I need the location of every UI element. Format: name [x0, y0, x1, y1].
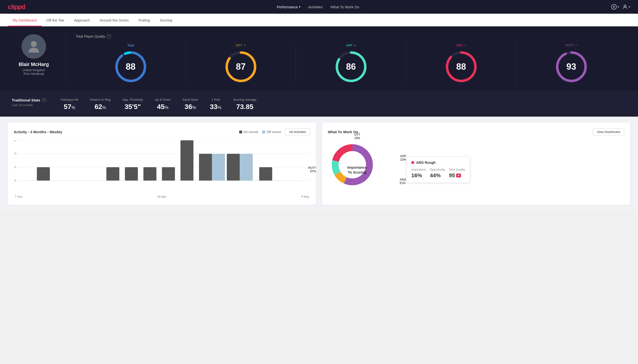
- player-name: Blair McHarg: [19, 62, 49, 67]
- stat-sand-save: Sand Save 36%: [183, 98, 198, 111]
- score-arg-value: 88: [456, 62, 466, 72]
- svg-rect-27: [143, 167, 156, 181]
- nav-links: Performance ▾ Activities What To Work On: [277, 5, 359, 9]
- tab-off-the-tee[interactable]: Off the Tee: [42, 14, 69, 26]
- svg-rect-31: [212, 154, 225, 181]
- score-card-app: APP ↗ 86: [296, 44, 406, 84]
- activity-card: Activity - 3 Months - Weekly On course O…: [8, 122, 316, 205]
- svg-text:4: 4: [14, 140, 17, 142]
- help-icon[interactable]: ?: [107, 34, 111, 38]
- player-country: United Kingdom: [23, 68, 45, 72]
- ring-arg: 88: [444, 50, 478, 84]
- svg-rect-30: [199, 154, 212, 181]
- bar-chart-svg: 1 2 3 4: [14, 140, 310, 194]
- add-button[interactable]: ▾: [611, 4, 619, 10]
- work-card-title: What To Work On: [328, 130, 358, 134]
- activity-chart-title: Activity - 3 Months - Weekly: [14, 130, 62, 134]
- arg-label: ARG 21%: [399, 178, 406, 185]
- tooltip-title: ARG Rough: [411, 160, 465, 164]
- score-card-putt: PUTT ↗ 93: [516, 44, 626, 84]
- score-card-arg: ARG ↗ 88: [406, 44, 516, 84]
- tooltip-importance: Importance 16%: [411, 168, 426, 179]
- svg-text:1: 1: [14, 179, 17, 182]
- tab-putting[interactable]: Putting: [134, 14, 155, 26]
- legend-on-course: On course: [239, 130, 258, 134]
- trad-help-icon[interactable]: ?: [42, 98, 46, 102]
- legend-on-course-dot: [239, 130, 242, 134]
- svg-rect-25: [106, 167, 119, 181]
- trad-stats-label: Traditional Stats ? Last 20 rounds: [12, 98, 51, 107]
- score-putt-value: 93: [566, 62, 576, 72]
- ring-putt: 93: [554, 50, 588, 84]
- svg-rect-32: [227, 154, 240, 181]
- tooltip-shot-quality: Shot Quality 95 ▼: [449, 168, 465, 179]
- logo: clippd: [8, 3, 25, 11]
- legend-off-course-dot: [262, 130, 265, 134]
- avatar: [22, 34, 46, 59]
- view-dashboard-button[interactable]: View Dashboard: [593, 128, 624, 136]
- down-badge: ▼: [456, 174, 461, 178]
- nav-right: ▾ ▾: [611, 4, 630, 10]
- tooltip-opportunity: Opportunity 44%: [430, 168, 445, 179]
- tab-around-the-green[interactable]: Around the Green: [95, 14, 134, 26]
- score-total-value: 88: [126, 62, 135, 72]
- svg-point-4: [31, 41, 37, 47]
- svg-rect-29: [180, 140, 193, 181]
- tab-my-dashboard[interactable]: My Dashboard: [8, 14, 42, 26]
- activity-legend: On course Off course: [239, 130, 281, 134]
- svg-rect-26: [125, 167, 138, 181]
- svg-rect-28: [162, 167, 175, 181]
- all-activities-button[interactable]: All Activities: [285, 128, 310, 136]
- nav-performance[interactable]: Performance ▾: [277, 5, 300, 9]
- donut-area: PUTT 57% OTT 10% APP 12% ARG 21%: [328, 140, 386, 199]
- score-app-value: 86: [346, 62, 356, 72]
- tab-bar: My Dashboard Off the Tee Approach Around…: [0, 14, 638, 26]
- traditional-stats-section: Traditional Stats ? Last 20 rounds Fairw…: [0, 92, 638, 116]
- ring-total: 88: [114, 50, 148, 84]
- nav-what-to-work-on[interactable]: What To Work On: [330, 5, 359, 9]
- donut-center-text: ImportanceTo Scoring: [347, 165, 367, 174]
- score-cards: Total 88 OTT ↗: [76, 44, 626, 84]
- tab-approach[interactable]: Approach: [69, 14, 95, 26]
- svg-rect-34: [259, 167, 272, 181]
- player-info: Blair McHarg United Kingdom Plus Handica…: [12, 34, 66, 76]
- hero-section: Blair McHarg United Kingdom Plus Handica…: [0, 26, 638, 92]
- bar-chart: 1 2 3 4: [14, 140, 310, 194]
- ott-label: OTT 10%: [354, 133, 360, 140]
- legend-off-course: Off course: [262, 130, 281, 134]
- top-nav: clippd Performance ▾ Activities What To …: [0, 0, 638, 14]
- stats-grid: Fairways Hit 57% Greens In Reg 62% App. …: [61, 98, 626, 111]
- activity-card-header: Activity - 3 Months - Weekly On course O…: [14, 128, 310, 136]
- svg-text:2: 2: [14, 166, 17, 169]
- score-card-total: Total 88: [76, 44, 186, 84]
- work-content: PUTT 57% OTT 10% APP 12% ARG 21%: [328, 140, 624, 199]
- app-label: APP 12%: [400, 154, 406, 161]
- svg-rect-33: [240, 154, 253, 181]
- bottom-section: Activity - 3 Months - Weekly On course O…: [0, 116, 638, 211]
- score-card-ott: OTT ↗ 87: [186, 44, 296, 84]
- tpq-label: Total Player Quality ?: [76, 34, 626, 38]
- player-handicap: Plus Handicap: [24, 72, 44, 76]
- svg-text:3: 3: [14, 152, 17, 155]
- tooltip-card: ARG Rough Importance 16% Opportunity 44%…: [406, 156, 470, 183]
- ring-app: 86: [334, 50, 368, 84]
- user-menu-button[interactable]: ▾: [622, 4, 630, 10]
- stat-greens-in-reg: Greens In Reg 62%: [90, 98, 111, 111]
- work-card-header: What To Work On View Dashboard: [328, 128, 624, 136]
- ring-ott: 87: [224, 50, 258, 84]
- stat-app-proximity: App. Proximity 35'5": [122, 98, 143, 111]
- tab-scoring[interactable]: Scoring: [155, 14, 177, 26]
- work-card: What To Work On View Dashboard PUTT 57% …: [322, 122, 630, 205]
- chevron-down-icon: ▾: [299, 5, 300, 8]
- putt-label: PUTT 57%: [308, 166, 316, 173]
- x-labels: 7 Feb 28 Mar 9 May: [14, 194, 310, 198]
- stat-scoring-average: Scoring Average 73.85: [233, 98, 256, 111]
- nav-activities[interactable]: Activities: [308, 5, 323, 9]
- score-ott-value: 87: [236, 62, 246, 72]
- tooltip-dot: [411, 161, 414, 164]
- donut-chart: ImportanceTo Scoring: [328, 140, 386, 199]
- stat-1-putt: 1 Putt 33%: [210, 98, 221, 111]
- stat-fairways-hit: Fairways Hit 57%: [61, 98, 78, 111]
- tooltip-metrics: Importance 16% Opportunity 44% Shot Qual…: [411, 168, 465, 179]
- svg-rect-24: [37, 167, 50, 181]
